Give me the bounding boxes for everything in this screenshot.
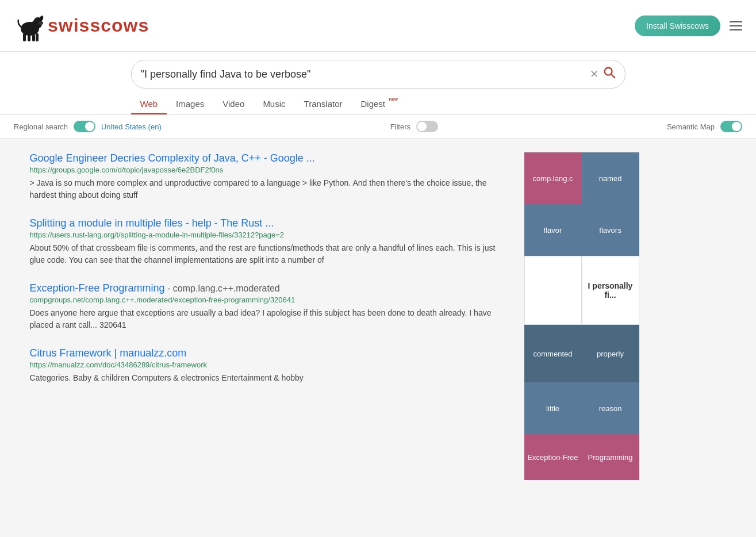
filters-toggle[interactable] <box>416 121 438 132</box>
svg-point-8 <box>39 21 43 25</box>
main-content: Google Engineer Decries Complexity of Ja… <box>16 139 740 494</box>
header: swisscows Install Swisscows <box>0 0 756 52</box>
filters-group: Filters <box>390 121 438 132</box>
sem-cell-little[interactable]: little <box>524 382 582 434</box>
semantic-map-grid: comp.lang.c named flavor flavors I perso… <box>524 152 639 480</box>
regional-search-toggle[interactable] <box>74 121 95 132</box>
result-item-3: Exception-Free Programming - comp.lang.c… <box>30 282 513 331</box>
tab-images[interactable]: Images <box>167 94 213 114</box>
svg-rect-4 <box>36 33 39 41</box>
logo-text: swisscows <box>48 15 149 36</box>
search-input[interactable] <box>141 68 590 80</box>
sem-cell-reason[interactable]: reason <box>582 382 639 434</box>
result-title-2[interactable]: Splitting a module in multiple files - h… <box>30 217 513 229</box>
result-item-1: Google Engineer Decries Complexity of Ja… <box>30 152 513 201</box>
sem-cell-personally[interactable]: I personally fi... <box>582 256 639 325</box>
new-badge: new <box>389 97 398 102</box>
regional-search-group: Regional search United States (en) <box>14 121 162 132</box>
sem-cell-programming[interactable]: Programming <box>582 434 639 480</box>
result-snippet-1: > Java is so much more complex and unpro… <box>30 177 513 201</box>
install-swisscows-button[interactable]: Install Swisscows <box>635 16 720 36</box>
results-area: Google Engineer Decries Complexity of Ja… <box>30 152 513 480</box>
sem-cell-named[interactable]: named <box>582 152 639 204</box>
result-url-3: compgroups.net/comp.lang.c++.moderated/e… <box>30 296 513 304</box>
svg-rect-2 <box>28 34 30 41</box>
svg-rect-3 <box>32 34 35 41</box>
logo-cow-icon <box>14 7 45 44</box>
logo-area: swisscows <box>14 7 149 44</box>
sem-cell-exception-free[interactable]: Exception-Free <box>524 434 582 480</box>
result-snippet-2: About 50% of that crossbeam file is comm… <box>30 242 513 266</box>
result-title-3[interactable]: Exception-Free Programming - comp.lang.c… <box>30 282 513 294</box>
result-url-4: https://manualzz.com/doc/43486289/citrus… <box>30 360 513 369</box>
result-snippet-3: Does anyone here argue that exceptions a… <box>30 307 513 331</box>
result-title-4[interactable]: Citrus Framework | manualzz.com <box>30 347 513 359</box>
result-item-4: Citrus Framework | manualzz.com https://… <box>30 347 513 384</box>
semantic-map-label: Semantic Map <box>667 122 715 131</box>
tab-web[interactable]: Web <box>131 94 167 114</box>
sem-cell-flavor[interactable]: flavor <box>524 204 582 256</box>
sem-cell-flavors[interactable]: flavors <box>582 204 639 256</box>
tab-music[interactable]: Music <box>254 94 294 114</box>
semantic-map-toggle[interactable] <box>720 121 742 132</box>
result-snippet-4: Categories. Baby & children Computers & … <box>30 372 513 384</box>
tab-translator[interactable]: Translator <box>295 94 352 114</box>
sem-cell-complangc[interactable]: comp.lang.c <box>524 152 582 204</box>
result-url-1: https://groups.google.com/d/topic/javapo… <box>30 166 513 174</box>
search-button[interactable] <box>603 66 616 82</box>
svg-rect-1 <box>23 33 26 41</box>
semantic-map: comp.lang.c named flavor flavors I perso… <box>524 152 639 480</box>
svg-line-10 <box>611 74 615 78</box>
search-container: ✕ Web Images Video Music Translator Dige… <box>0 52 756 115</box>
filters-label: Filters <box>390 122 410 131</box>
search-bar: ✕ <box>131 60 625 89</box>
region-link[interactable]: United States (en) <box>101 122 162 131</box>
clear-search-icon[interactable]: ✕ <box>590 68 598 80</box>
sem-cell-commented[interactable]: commented <box>524 325 582 382</box>
header-right: Install Swisscows <box>635 16 742 36</box>
filters-bar: Regional search United States (en) Filte… <box>0 115 756 139</box>
sem-cell-properly[interactable]: properly <box>582 325 639 382</box>
tab-video[interactable]: Video <box>213 94 254 114</box>
tab-digest[interactable]: Digest new <box>352 94 400 114</box>
menu-icon[interactable] <box>730 21 742 30</box>
sem-cell-empty <box>524 256 582 325</box>
result-title-1[interactable]: Google Engineer Decries Complexity of Ja… <box>30 152 513 164</box>
nav-tabs: Web Images Video Music Translator Digest… <box>131 89 625 114</box>
result-url-2: https://users.rust-lang.org/t/splitting-… <box>30 231 513 239</box>
regional-search-label: Regional search <box>14 122 68 131</box>
result-item-2: Splitting a module in multiple files - h… <box>30 217 513 266</box>
semantic-map-group: Semantic Map <box>667 121 742 132</box>
